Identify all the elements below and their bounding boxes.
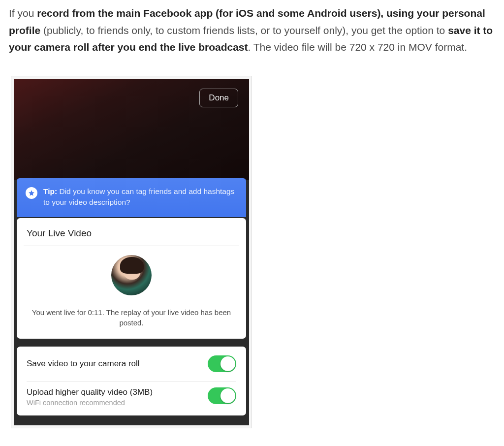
tip-text: Tip: Did you know you can tag friends an… [43,186,237,208]
done-button[interactable]: Done [199,89,238,107]
settings-card: Save video to your camera roll Upload hi… [17,347,246,415]
live-summary-text: You went live for 0:11. The replay of yo… [17,304,246,339]
avatar-wrap [17,246,246,304]
para-mid-1: (publicly, to friends only, to custom fr… [40,25,448,36]
phone-screen: Done Tip: Did you know you can tag frien… [14,79,249,425]
avatar [111,255,152,295]
para-suffix: . The video file will be 720 x 720 in MO… [248,41,468,53]
para-text: If you [9,7,37,19]
setting-text: Upload higher quality video (3MB) WiFi c… [27,387,208,407]
hq-video-label: Upload higher quality video (3MB) [27,387,208,397]
hq-video-toggle[interactable] [208,387,236,404]
star-icon [26,187,37,199]
toggle-knob [220,356,235,371]
hq-video-sublabel: WiFi connection recommended [27,399,208,407]
tip-body: Did you know you can tag friends and add… [43,187,234,206]
save-video-label: Save video to your camera roll [27,359,208,369]
toggle-knob [220,388,235,403]
setting-row-save: Save video to your camera roll [17,347,246,381]
article-paragraph: If you record from the main Facebook app… [9,5,495,56]
save-video-toggle[interactable] [208,355,236,372]
setting-text: Save video to your camera roll [27,359,208,369]
live-video-title: Your Live Video [17,218,246,246]
tip-label: Tip: [43,187,57,195]
tip-banner: Tip: Did you know you can tag friends an… [17,178,246,217]
live-video-card: Your Live Video You went live for 0:11. … [17,218,246,339]
video-preview-area: Done [14,79,249,180]
setting-row-hq: Upload higher quality video (3MB) WiFi c… [17,382,246,415]
phone-screenshot-frame: Done Tip: Did you know you can tag frien… [11,76,252,428]
